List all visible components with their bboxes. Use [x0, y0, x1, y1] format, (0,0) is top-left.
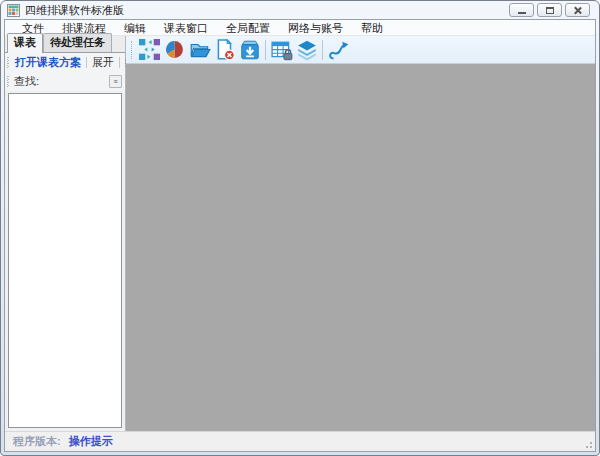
delete-file-button[interactable] — [212, 37, 237, 62]
left-panel-tabs: 课表 待处理任务 — [5, 36, 125, 53]
search-options-icon: ≡ — [113, 78, 117, 85]
maximize-button[interactable] — [537, 3, 562, 17]
toolbar-gripper[interactable] — [131, 41, 134, 59]
toolstrip-gripper[interactable] — [7, 76, 10, 87]
redo-button[interactable] — [326, 37, 351, 62]
status-bar: 程序版本: 操作提示 — [5, 431, 595, 451]
mdi-client-area — [126, 64, 595, 431]
search-options-button[interactable]: ≡ — [109, 75, 122, 88]
close-icon — [573, 6, 582, 15]
lock-table-button[interactable] — [269, 37, 294, 62]
menu-edit[interactable]: 编辑 — [115, 20, 155, 36]
menu-global-config[interactable]: 全局配置 — [217, 20, 279, 36]
window-controls — [509, 3, 590, 17]
window-body: 文件 排课流程 编辑 课表窗口 全局配置 网络与账号 帮助 课表 待处理任务 打… — [4, 19, 596, 452]
toolbar-separator — [322, 40, 323, 60]
maximize-icon — [546, 7, 554, 14]
program-version-label: 程序版本: — [13, 434, 61, 449]
menu-timetable-window[interactable]: 课表窗口 — [155, 20, 217, 36]
resize-grip-icon[interactable] — [582, 438, 592, 448]
layers-button[interactable] — [294, 37, 319, 62]
search-input[interactable] — [41, 75, 109, 89]
open-folder-icon — [189, 39, 211, 61]
app-window: 四维排课软件标准版 文件 排课流程 编辑 课表窗口 全局配置 网络与账号 帮助 … — [0, 0, 600, 456]
arrange-panels-icon — [139, 39, 160, 60]
search-label: 查找: — [12, 74, 41, 89]
import-download-icon — [239, 39, 261, 61]
tab-pending-tasks[interactable]: 待处理任务 — [43, 33, 112, 52]
menu-help[interactable]: 帮助 — [352, 20, 392, 36]
window-title: 四维排课软件标准版 — [25, 3, 124, 18]
operation-tips-link[interactable]: 操作提示 — [69, 434, 113, 449]
arrange-panels-button[interactable] — [137, 37, 162, 62]
pie-chart-icon — [164, 39, 185, 60]
minimize-button[interactable] — [509, 3, 534, 17]
tab-timetable[interactable]: 课表 — [7, 33, 43, 53]
redo-curve-icon — [328, 39, 350, 61]
right-area — [126, 36, 595, 431]
search-toolstrip: 查找: ≡ — [5, 72, 125, 91]
plan-toolstrip: 打开课表方案 展开 折叠 — [5, 53, 125, 72]
close-button[interactable] — [565, 3, 590, 17]
import-button[interactable] — [237, 37, 262, 62]
toolstrip-gripper[interactable] — [7, 57, 10, 68]
statistics-button[interactable] — [162, 37, 187, 62]
main-toolbar — [126, 36, 595, 64]
minimize-icon — [518, 12, 526, 14]
timetable-tree-area[interactable] — [8, 93, 122, 428]
toolstrip-separator — [119, 57, 120, 68]
toolbar-separator — [265, 40, 266, 60]
left-panel: 课表 待处理任务 打开课表方案 展开 折叠 查找: ≡ — [5, 36, 126, 431]
locked-table-icon — [271, 39, 293, 61]
delete-document-icon — [214, 39, 236, 61]
layers-icon — [296, 39, 318, 61]
main-area: 课表 待处理任务 打开课表方案 展开 折叠 查找: ≡ — [5, 36, 595, 431]
toolstrip-separator — [86, 57, 87, 68]
open-file-button[interactable] — [187, 37, 212, 62]
app-logo-icon — [7, 4, 20, 17]
open-plan-button[interactable]: 打开课表方案 — [12, 55, 84, 70]
menu-network-account[interactable]: 网络与账号 — [279, 20, 352, 36]
expand-button[interactable]: 展开 — [89, 55, 117, 70]
